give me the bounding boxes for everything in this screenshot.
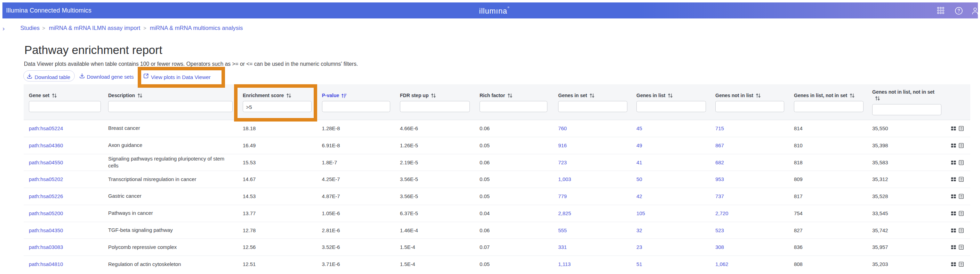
svg-text:illumına: illumına bbox=[479, 6, 508, 15]
